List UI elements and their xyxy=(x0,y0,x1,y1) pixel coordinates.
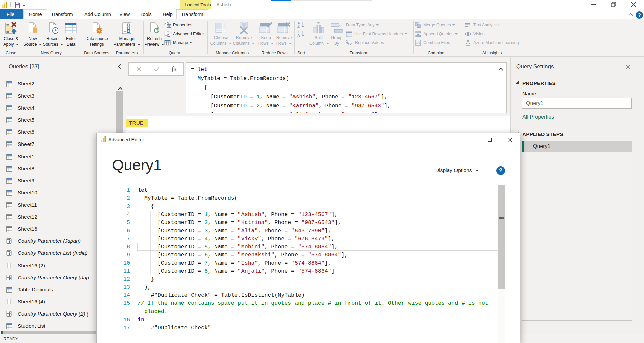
svg-text:Z: Z xyxy=(297,24,300,28)
svg-text:A: A xyxy=(297,33,300,37)
svg-text:1: 1 xyxy=(346,40,348,43)
svg-text:2: 2 xyxy=(350,42,352,46)
